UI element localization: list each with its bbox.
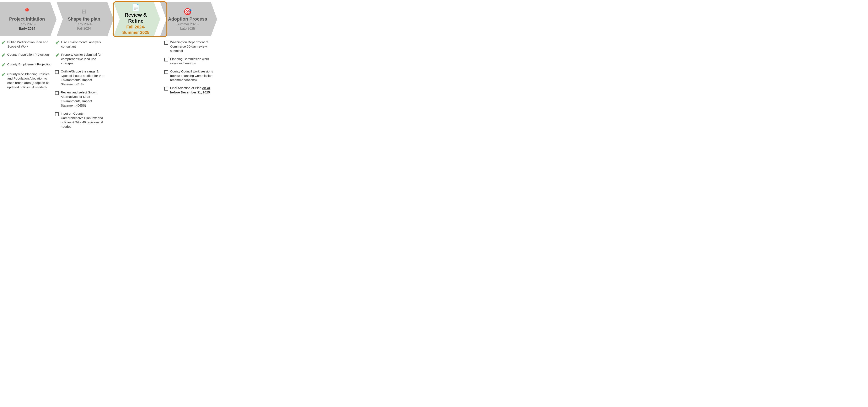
phase-dates-2: Early 2024- Fall 2024 [75,22,92,31]
phase-icon-3: 📄 [132,3,140,11]
col2-content: ✔ Hire environmental analysis consultant… [54,40,108,133]
phase-dates-3: Fall 2024- Summer 2025 [122,24,149,35]
checkbox-icon [164,70,168,74]
list-item: ✔ Property owner submittal for comprehen… [55,53,106,66]
checkmark-icon: ✔ [1,40,6,46]
checkmark-icon: ✔ [1,52,6,59]
phase-dates-1: Early 2023- Early 2024 [19,22,35,31]
list-item: Input on County Comprehensive Plan text … [55,112,106,129]
phase-icon-2: ⚙ [81,8,87,15]
list-item: ✔ Hire environmental analysis consultant [55,40,106,49]
checkmark-icon: ✔ [1,62,6,68]
item-text: Outline/Scope the range & types of issue… [61,69,106,87]
phase-review-refine: 📄 Review & Refine Fall 2024- Summer 2025 [114,2,160,36]
list-item: Planning Commission work sessions/hearin… [164,57,215,66]
list-item: Review and select Growth Alternatives fo… [55,90,106,108]
list-item: Final Adoption of Plan on or before Dece… [164,86,215,95]
item-text: County Employment Projection [7,62,52,67]
checkbox-icon [55,91,59,95]
list-item: ✔ Public Participation Plan and Scope of… [1,40,52,49]
col1-content: ✔ Public Participation Plan and Scope of… [0,40,54,93]
phase-title-3: Review & Refine [118,12,154,24]
item-text: Public Participation Plan and Scope of W… [7,40,52,49]
list-item: Outline/Scope the range & types of issue… [55,69,106,87]
phase-icon-1: 📍 [23,8,31,15]
item-text: Input on County Comprehensive Plan text … [61,112,106,129]
column-divider [161,40,161,133]
item-text: Washington Department of Commerce 60-day… [170,40,215,53]
col4-content: Washington Department of Commerce 60-day… [163,40,217,98]
checkbox-icon [164,41,168,45]
list-item: ✔ Countywide Planning Policies and Popul… [1,72,52,90]
final-adoption-text: Final Adoption of Plan on or before Dece… [170,86,215,95]
phase-title-1: Project initiation [9,17,45,22]
phase-title-4: Adoption Process [168,17,207,22]
checkmark-icon: ✔ [55,40,60,46]
checkbox-icon [164,87,168,91]
item-text: Property owner submittal for comprehensi… [61,53,106,66]
phase-shape-plan: ⚙ Shape the plan Early 2024- Fall 2024 [57,2,114,36]
timeline-diagram: 📍 Project initiation Early 2023- Early 2… [0,0,217,137]
list-item: ✔ County Population Projection [1,53,52,59]
checkbox-icon [55,112,59,116]
checkbox-icon [164,58,168,61]
list-item: Washington Department of Commerce 60-day… [164,40,215,53]
checkmark-icon: ✔ [55,52,60,59]
list-item: ✔ County Employment Projection [1,62,52,68]
item-text: County Council work sessions (review Pla… [170,69,215,83]
item-text: Hire environmental analysis consultant [61,40,106,49]
item-text: County Population Projection [7,53,49,57]
item-text: Planning Commission work sessions/hearin… [170,57,215,66]
item-text: Review and select Growth Alternatives fo… [61,90,106,108]
phase-title-2: Shape the plan [68,17,100,22]
item-text: Countywide Planning Policies and Populat… [7,72,52,90]
checkbox-icon [55,70,59,74]
phase-adoption: 🎯 Adoption Process Summer 2025- Late 202… [160,2,217,36]
checkmark-icon: ✔ [1,72,6,78]
content-row: ✔ Public Participation Plan and Scope of… [0,40,217,133]
phase-dates-4: Summer 2025- Late 2025 [177,22,198,31]
phase-project-initiation: 📍 Project initiation Early 2023- Early 2… [0,2,57,36]
phase-icon-4: 🎯 [183,8,192,15]
list-item: County Council work sessions (review Pla… [164,69,215,83]
phases-row: 📍 Project initiation Early 2023- Early 2… [0,2,217,36]
phase-review-refine-wrapper: 📄 Review & Refine Fall 2024- Summer 2025 [114,2,160,36]
col3-content [108,40,159,82]
